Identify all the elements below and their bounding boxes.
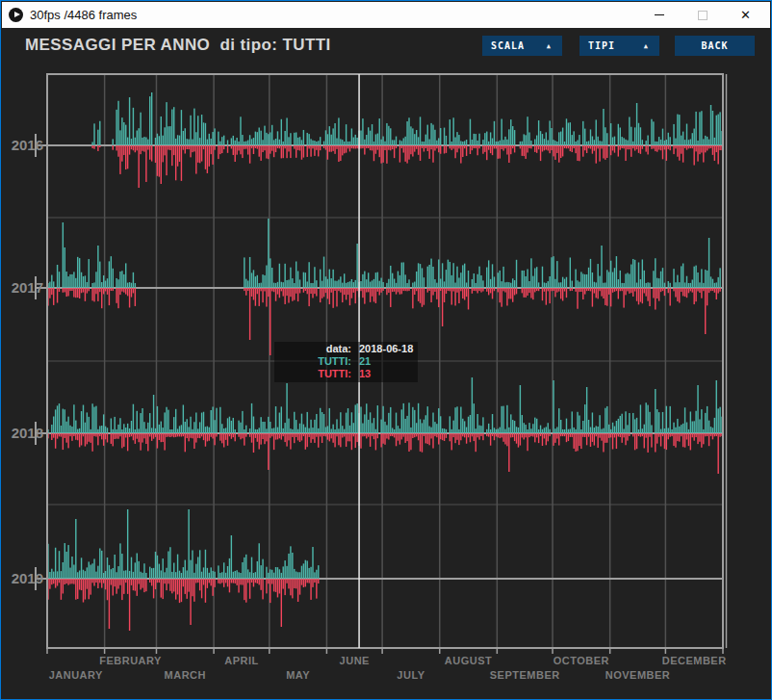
bar-down bbox=[65, 579, 66, 583]
bar-down bbox=[472, 288, 473, 294]
bar-up bbox=[586, 274, 587, 288]
bar-up bbox=[592, 412, 593, 433]
bar-down bbox=[149, 145, 150, 160]
bar-up bbox=[275, 406, 276, 433]
bar-down bbox=[522, 433, 523, 437]
bar-down bbox=[251, 579, 252, 583]
bar-up bbox=[107, 428, 108, 433]
bar-up bbox=[560, 420, 561, 433]
bar-up bbox=[673, 423, 674, 433]
bar-down bbox=[662, 145, 663, 159]
bar-up bbox=[297, 572, 298, 579]
bar-up bbox=[240, 117, 241, 145]
bar-down bbox=[251, 145, 252, 148]
bar-up bbox=[356, 403, 357, 433]
bar-down bbox=[271, 433, 272, 436]
bar-up bbox=[474, 134, 475, 145]
bar-up bbox=[442, 263, 443, 288]
bar-up bbox=[193, 573, 194, 579]
bar-down bbox=[266, 579, 267, 593]
bar-down bbox=[107, 579, 108, 600]
bar-up bbox=[205, 427, 206, 433]
bar-down bbox=[101, 288, 102, 308]
bar-down bbox=[223, 145, 224, 149]
bar-down bbox=[490, 145, 491, 153]
bar-down bbox=[629, 145, 630, 149]
bar-up bbox=[125, 263, 126, 288]
bar-up bbox=[288, 137, 289, 145]
bar-down bbox=[75, 433, 76, 440]
bar-down bbox=[149, 579, 150, 583]
bar-up bbox=[316, 414, 317, 433]
bar-up bbox=[55, 548, 56, 579]
bar-up bbox=[242, 411, 243, 433]
bar-down bbox=[476, 145, 476, 148]
bar-down bbox=[406, 288, 407, 291]
bar-down bbox=[562, 288, 563, 300]
bar-up bbox=[522, 271, 523, 288]
bar-up bbox=[673, 124, 674, 145]
bar-up bbox=[235, 141, 236, 145]
bar-up bbox=[642, 140, 643, 145]
bar-up bbox=[564, 142, 565, 145]
bar-up bbox=[436, 424, 437, 433]
bar-up bbox=[412, 128, 413, 145]
bar-down bbox=[656, 288, 657, 298]
bar-down bbox=[597, 433, 598, 448]
bar-up bbox=[257, 132, 258, 145]
bar-up bbox=[504, 282, 505, 288]
bar-down bbox=[203, 145, 204, 149]
bar-down bbox=[424, 145, 425, 152]
bar-down bbox=[64, 579, 65, 584]
bar-up bbox=[111, 569, 112, 579]
bar-up bbox=[356, 244, 357, 288]
bar-up bbox=[568, 429, 569, 433]
bar-down bbox=[121, 433, 122, 448]
bar-down bbox=[564, 145, 565, 148]
bar-down bbox=[480, 288, 481, 293]
bar-up bbox=[105, 571, 106, 579]
bar-down bbox=[288, 433, 289, 440]
bar-down bbox=[271, 288, 272, 291]
bar-up bbox=[714, 418, 715, 433]
bar-up bbox=[284, 423, 285, 433]
bar-down bbox=[516, 288, 517, 294]
bar-down bbox=[296, 579, 296, 588]
bar-up bbox=[668, 281, 669, 288]
bar-down bbox=[257, 145, 258, 149]
bar-down bbox=[464, 433, 465, 437]
bar-down bbox=[147, 145, 148, 150]
bar-up bbox=[157, 406, 158, 433]
bar-up bbox=[675, 428, 676, 433]
bar-up bbox=[404, 274, 405, 288]
bar-down bbox=[673, 145, 674, 154]
bar-up bbox=[216, 408, 217, 433]
bar-up bbox=[167, 126, 168, 145]
year-label-2018: 2018 bbox=[12, 425, 43, 441]
bar-up bbox=[140, 572, 141, 579]
bar-up bbox=[297, 271, 298, 288]
bar-down bbox=[223, 579, 224, 587]
bar-up bbox=[175, 139, 176, 145]
bar-up bbox=[370, 412, 371, 433]
bar-down bbox=[322, 433, 322, 443]
bar-up bbox=[253, 138, 254, 145]
bar-down bbox=[71, 579, 72, 583]
bar-up bbox=[522, 142, 523, 145]
bar-down bbox=[642, 433, 643, 436]
bar-up bbox=[115, 417, 116, 433]
bar-down bbox=[610, 288, 611, 306]
bar-up bbox=[538, 120, 539, 145]
bar-down bbox=[662, 288, 663, 291]
bar-down bbox=[401, 288, 402, 294]
bar-up bbox=[116, 429, 116, 433]
bar-up bbox=[540, 131, 541, 145]
bar-down bbox=[640, 288, 641, 302]
bar-up bbox=[329, 270, 330, 288]
bar-down bbox=[684, 288, 685, 297]
bar-down bbox=[668, 145, 669, 149]
bar-down bbox=[540, 433, 541, 436]
bar-down bbox=[638, 433, 639, 436]
month-label-september: SEPTEMBER bbox=[490, 669, 560, 681]
bar-up bbox=[496, 429, 497, 433]
